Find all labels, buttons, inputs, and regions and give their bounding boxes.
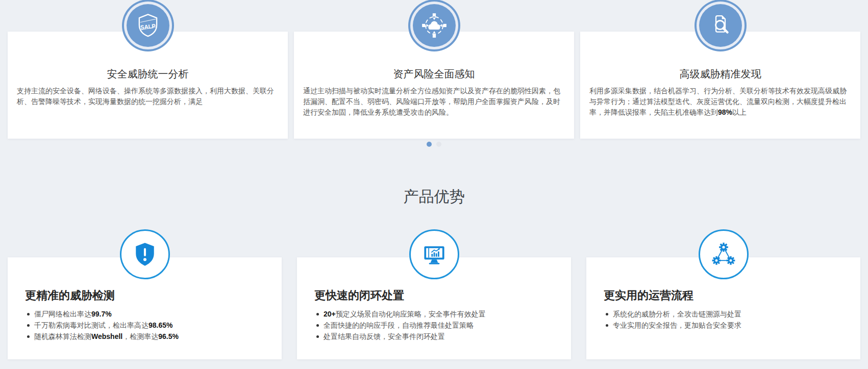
advantage-title: 更快速的闭环处置 xyxy=(314,289,554,302)
bullet-item: 随机森林算法检测Webshell，检测率达96.5% xyxy=(25,331,264,342)
bullet-segment: 随机森林算法检测 xyxy=(34,332,91,340)
carousel-dot-2[interactable] xyxy=(436,142,441,147)
description-segment: 以上 xyxy=(732,108,747,116)
feature-section: SALP 安全威胁统一分析 支持主流的安全设备、网络设备、操作系统等多源数据接入… xyxy=(0,0,868,147)
description-strong: 98% xyxy=(718,108,732,116)
bullet-strong: 96.5% xyxy=(158,332,179,340)
shield-alert-icon xyxy=(131,240,159,269)
bullet-strong: 98.65% xyxy=(148,321,172,329)
feature-title: 资产风险全面感知 xyxy=(303,67,565,81)
bullet-segment: 系统化的威胁分析，全攻击链溯源与处置 xyxy=(613,310,741,318)
bullet-segment: 预定义场景自动化响应策略，安全事件有效处置 xyxy=(336,310,486,318)
bullet-item: 系统化的威胁分析，全攻击链溯源与处置 xyxy=(604,308,843,320)
feature-card-asset-risk: 资产风险全面感知 通过主动扫描与被动实时流量分析全方位感知资产以及资产存在的脆弱… xyxy=(294,32,574,139)
advantage-card-operations: 更实用的运营流程 系统化的威胁分析，全攻击链溯源与处置 专业实用的安全报告，更加… xyxy=(586,257,860,359)
product-page: { "colors": { "page_bg": "#edf0f4", "car… xyxy=(0,0,868,369)
feature-description: 支持主流的安全设备、网络设备、操作系统等多源数据接入，利用大数据、关联分析、告警… xyxy=(17,86,279,107)
bullet-item: 处置结果自动反馈，安全事件闭环处置 xyxy=(314,331,554,342)
feature-badge xyxy=(699,4,742,47)
bullet-item: 千万勒索病毒对比测试，检出率高达98.65% xyxy=(25,320,264,331)
advantage-card-detection: 更精准的威胁检测 僵尸网络检出率达99.7% 千万勒索病毒对比测试，检出率高达9… xyxy=(8,257,282,359)
svg-text:SALP: SALP xyxy=(140,23,156,31)
monitor-chart-icon xyxy=(420,240,449,269)
bullet-strong: 20+ xyxy=(324,310,336,318)
bullet-item: 僵尸网络检出率达99.7% xyxy=(25,308,264,320)
gears-network-icon xyxy=(709,240,738,269)
feature-description: 通过主动扫描与被动实时流量分析全方位感知资产以及资产存在的脆弱性因素，包括漏洞、… xyxy=(303,86,565,118)
bullet-segment: 千万勒索病毒对比测试，检出率高达 xyxy=(34,321,148,329)
advantage-title: 更实用的运营流程 xyxy=(604,289,843,302)
bullet-segment: 全面快捷的的响应手段，自动推荐最佳处置策略 xyxy=(324,321,474,329)
feature-badge: SALP xyxy=(127,4,169,47)
bullet-segment: ，检测率达 xyxy=(122,332,158,340)
bullet-strong: 99.7% xyxy=(91,310,112,318)
document-search-icon xyxy=(707,12,734,39)
bullet-segment: 专业实用的安全报告，更加贴合安全要求 xyxy=(613,321,741,329)
bullet-item: 全面快捷的的响应手段，自动推荐最佳处置策略 xyxy=(314,320,554,331)
salp-shield-icon: SALP xyxy=(134,12,162,39)
advantage-cards-row: 更精准的威胁检测 僵尸网络检出率达99.7% 千万勒索病毒对比测试，检出率高达9… xyxy=(8,257,860,359)
advantage-bullet-list: 系统化的威胁分析，全攻击链溯源与处置 专业实用的安全报告，更加贴合安全要求 xyxy=(604,308,843,331)
advantage-title: 更精准的威胁检测 xyxy=(25,289,264,302)
advantage-badge xyxy=(699,229,749,279)
bullet-item: 专业实用的安全报告，更加贴合安全要求 xyxy=(604,320,843,331)
advantage-bullet-list: 20+预定义场景自动化响应策略，安全事件有效处置 全面快捷的的响应手段，自动推荐… xyxy=(314,308,554,342)
advantage-badge xyxy=(409,229,459,279)
advantage-card-response: 更快速的闭环处置 20+预定义场景自动化响应策略，安全事件有效处置 全面快捷的的… xyxy=(297,257,571,359)
advantage-bullet-list: 僵尸网络检出率达99.7% 千万勒索病毒对比测试，检出率高达98.65% 随机森… xyxy=(25,308,264,342)
feature-title: 安全威胁统一分析 xyxy=(17,67,279,81)
feature-description: 利用多源采集数据，结合机器学习、行为分析、关联分析等技术有效发现高级威胁与异常行… xyxy=(589,86,851,118)
bullet-strong: Webshell xyxy=(91,332,122,340)
bullet-segment: 僵尸网络检出率达 xyxy=(34,310,91,318)
bullet-item: 20+预定义场景自动化响应策略，安全事件有效处置 xyxy=(314,308,554,320)
bullet-segment: 处置结果自动反馈，安全事件闭环处置 xyxy=(324,332,445,340)
carousel-dots xyxy=(0,139,868,147)
advantage-badge xyxy=(120,229,170,279)
feature-badge xyxy=(413,4,456,47)
section-heading: 产品优势 xyxy=(0,187,868,207)
feature-card-advanced-threat: 高级威胁精准发现 利用多源采集数据，结合机器学习、行为分析、关联分析等技术有效发… xyxy=(580,32,860,139)
carousel-dot-1[interactable] xyxy=(427,142,432,147)
feature-cards-row: SALP 安全威胁统一分析 支持主流的安全设备、网络设备、操作系统等多源数据接入… xyxy=(8,0,860,139)
feature-card-threat-analysis: SALP 安全威胁统一分析 支持主流的安全设备、网络设备、操作系统等多源数据接入… xyxy=(8,32,288,139)
feature-title: 高级威胁精准发现 xyxy=(589,67,851,81)
cloud-sync-icon xyxy=(420,12,448,39)
